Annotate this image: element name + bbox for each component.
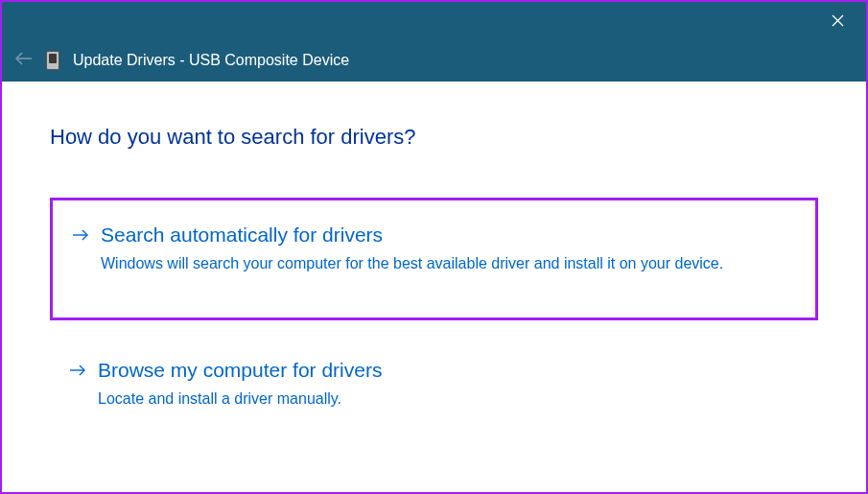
option-browse-computer[interactable]: Browse my computer for drivers Locate an… <box>50 343 818 434</box>
option-search-automatically[interactable]: Search automatically for drivers Windows… <box>50 198 818 320</box>
page-question: How do you want to search for drivers? <box>50 125 818 150</box>
option-title: Search automatically for drivers <box>101 223 383 247</box>
arrow-right-icon <box>69 362 86 382</box>
close-button[interactable] <box>816 2 858 38</box>
option-description: Windows will search your computer for th… <box>101 252 734 275</box>
back-arrow-icon[interactable] <box>15 50 33 70</box>
device-icon <box>46 51 59 70</box>
header-title: Update Drivers - USB Composite Device <box>73 52 349 69</box>
close-icon <box>832 14 844 27</box>
option-header: Search automatically for drivers <box>72 223 796 247</box>
titlebar <box>2 2 866 38</box>
option-header: Browse my computer for drivers <box>69 359 799 382</box>
header-bar: Update Drivers - USB Composite Device <box>2 38 866 82</box>
option-title: Browse my computer for drivers <box>98 359 382 382</box>
option-description: Locate and install a driver manually. <box>98 388 731 411</box>
arrow-right-icon <box>72 226 89 247</box>
content-area: How do you want to search for drivers? S… <box>2 82 866 485</box>
